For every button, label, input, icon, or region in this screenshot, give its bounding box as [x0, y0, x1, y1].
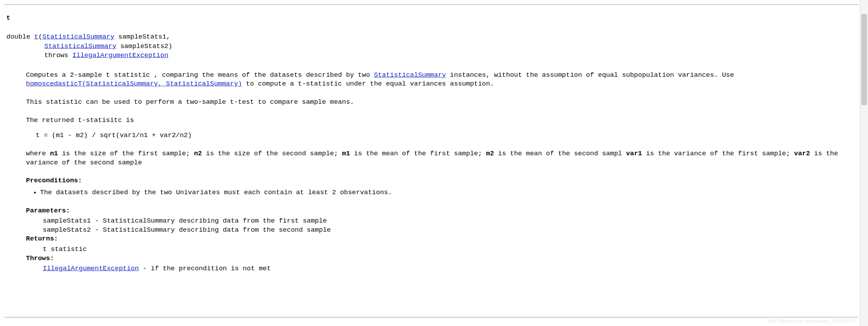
throws-block: Throws: IllegalArgumentException - if th…	[26, 254, 857, 273]
homoscedastict-link[interactable]: homoscedasticT(StatisticalSummary, Stati…	[26, 80, 242, 88]
precondition-item: The datasets described by the two Univar…	[40, 188, 857, 197]
param1-name: sampleStats1	[118, 33, 166, 41]
var-m1: m1	[342, 150, 350, 157]
method-description: Computes a 2-sample t statistic , compar…	[26, 71, 857, 273]
throws-keyword: throws	[44, 52, 68, 59]
throws-heading: Throws:	[26, 254, 857, 263]
bottom-horizontal-rule	[4, 317, 858, 318]
watermark-text: http://blog.csdn.net/weixin_37243717	[768, 318, 855, 324]
var-n2: n2	[194, 150, 202, 157]
desc-paragraph-3: The returned t-statisitc is	[26, 116, 857, 125]
scrollbar-thumb[interactable]	[861, 14, 867, 105]
preconditions-heading: Preconditions:	[26, 176, 857, 185]
parameter-item-2: sampleStats2 - StatisticalSummary descri…	[43, 226, 857, 235]
returns-block: Returns: t statistic	[26, 235, 857, 254]
signature-line-3: throws IllegalArgumentException	[6, 51, 857, 60]
method-block: t double t(StatisticalSummary sampleStat…	[0, 0, 868, 287]
return-type: double	[6, 33, 30, 41]
returns-value: t statistic	[43, 245, 857, 254]
statisticalsummary-link[interactable]: StatisticalSummary	[374, 71, 446, 79]
param2-name: sampleStats2	[120, 42, 168, 50]
var-var1: var1	[626, 150, 642, 157]
desc-paragraph-1: Computes a 2-sample t statistic , compar…	[26, 71, 857, 89]
desc-paragraph-2: This statistic can be used to perform a …	[26, 98, 857, 107]
preconditions-block: Preconditions: The datasets described by…	[26, 176, 857, 197]
signature-line-2: StatisticalSummary sampleStats2)	[6, 42, 857, 51]
parameter-item-1: sampleStats1 - StatisticalSummary descri…	[43, 217, 857, 226]
signature-line-1: double t(StatisticalSummary sampleStats1…	[6, 32, 857, 42]
vertical-scrollbar[interactable]	[860, 0, 868, 326]
method-name-heading: t	[6, 14, 857, 22]
returns-heading: Returns:	[26, 235, 857, 244]
where-paragraph: where n1 is the size of the first sample…	[26, 149, 857, 167]
javadoc-method-detail: t double t(StatisticalSummary sampleStat…	[0, 0, 868, 326]
formula: t = (m1 - m2) / sqrt(var1/n1 + var2/n2)	[36, 131, 857, 140]
parameters-block: Parameters: sampleStats1 - StatisticalSu…	[26, 206, 857, 235]
var-n1: n1	[50, 150, 58, 157]
throws-type-link[interactable]: IllegalArgumentException	[72, 52, 168, 59]
preconditions-list: The datasets described by the two Univar…	[26, 188, 857, 197]
throws-value: IllegalArgumentException - if the precon…	[43, 264, 857, 273]
method-signature: double t(StatisticalSummary sampleStats1…	[6, 32, 857, 60]
param1-type-link[interactable]: StatisticalSummary	[42, 33, 114, 41]
parameters-heading: Parameters:	[26, 206, 857, 216]
var-var2: var2	[794, 150, 810, 157]
throws-exception-link[interactable]: IllegalArgumentException	[43, 265, 139, 272]
top-horizontal-rule	[4, 4, 858, 5]
param2-type-link[interactable]: StatisticalSummary	[44, 42, 116, 50]
method-name-link[interactable]: t	[34, 33, 38, 41]
var-m2: m2	[486, 150, 494, 157]
